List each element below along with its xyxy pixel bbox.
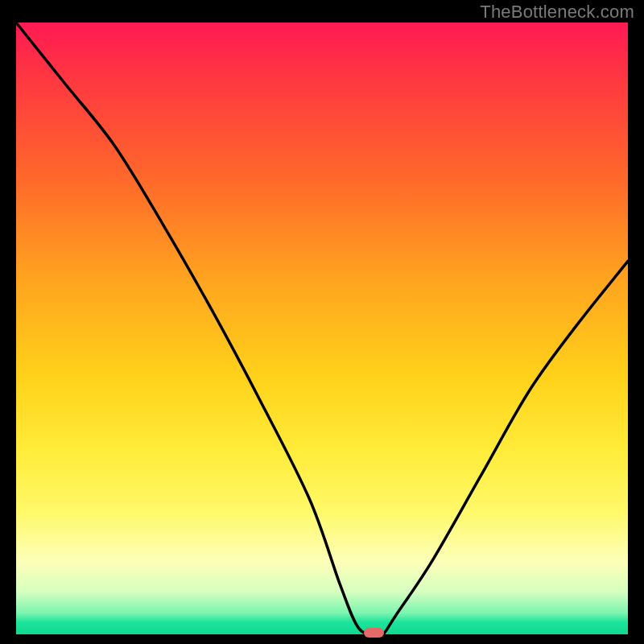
bottleneck-curve-path [16, 23, 628, 636]
watermark-text: TheBottleneck.com [480, 2, 634, 23]
optimal-marker [364, 628, 383, 638]
bottleneck-curve [16, 23, 628, 634]
plot-area [16, 23, 628, 634]
chart-frame: TheBottleneck.com [0, 0, 644, 644]
